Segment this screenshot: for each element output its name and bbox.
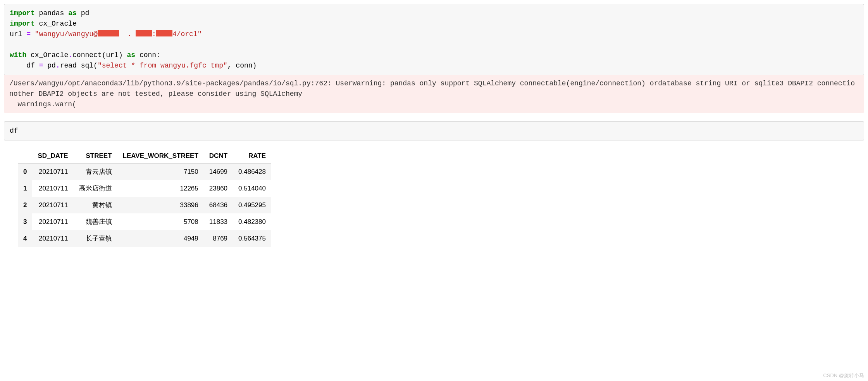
table-cell: 20210711: [32, 213, 73, 230]
table-cell: 20210711: [32, 230, 73, 247]
table-row: 1 20210711 高米店街道 12265 23860 0.514040: [18, 180, 271, 197]
table-cell: 11833: [204, 213, 233, 230]
code-string: "wangyu/wangyu@: [31, 30, 98, 38]
code-text: pandas: [35, 9, 68, 17]
table-cell: 20210711: [32, 163, 73, 180]
row-index: 4: [18, 230, 32, 247]
row-index: 2: [18, 197, 32, 213]
table-cell: 20210711: [32, 197, 73, 213]
redacted-block: [136, 30, 152, 36]
table-row: 3 20210711 魏善庄镇 5708 11833 0.482380: [18, 213, 271, 230]
code-string: 4/orcl": [172, 30, 202, 38]
redacted-block: [98, 30, 119, 36]
code-text: url: [10, 30, 26, 38]
operator-dot: .: [56, 62, 60, 69]
keyword-import: import: [10, 9, 35, 17]
table-cell: 23860: [204, 180, 233, 197]
code-text: pd: [77, 9, 89, 17]
code-string: .: [119, 30, 136, 38]
code-text: cx_Oracle: [26, 51, 68, 59]
table-cell: 魏善庄镇: [74, 213, 117, 230]
column-header: DCNT: [204, 149, 233, 163]
table-cell: 33896: [117, 197, 204, 213]
warning-output: /Users/wangyu/opt/anaconda3/lib/python3.…: [4, 75, 864, 113]
table-cell: 长子营镇: [74, 230, 117, 247]
row-index: 0: [18, 163, 32, 180]
table-cell: 12265: [117, 180, 204, 197]
code-text: df: [10, 62, 39, 69]
code-text: connect(url): [72, 51, 127, 59]
code-text: read_sql(: [60, 62, 98, 69]
table-header-row: SD_DATE STREET LEAVE_WORK_STREET DCNT RA…: [18, 149, 271, 163]
row-index: 3: [18, 213, 32, 230]
index-header: [18, 149, 32, 163]
column-header: SD_DATE: [32, 149, 73, 163]
column-header: STREET: [74, 149, 117, 163]
dataframe-output: SD_DATE STREET LEAVE_WORK_STREET DCNT RA…: [18, 149, 864, 247]
table-cell: 0.495295: [233, 197, 271, 213]
table-cell: 青云店镇: [74, 163, 117, 180]
table-cell: 4949: [117, 230, 204, 247]
code-string: :: [152, 30, 156, 38]
operator-eq: =: [26, 30, 31, 38]
table-cell: 0.564375: [233, 230, 271, 247]
table-row: 4 20210711 长子营镇 4949 8769 0.564375: [18, 230, 271, 247]
table-cell: 5708: [117, 213, 204, 230]
operator-eq: =: [39, 62, 43, 69]
table-cell: 14699: [204, 163, 233, 180]
code-text: conn:: [135, 51, 160, 59]
redacted-block: [156, 30, 172, 36]
table-row: 0 20210711 青云店镇 7150 14699 0.486428: [18, 163, 271, 180]
table-cell: 20210711: [32, 180, 73, 197]
table-cell: 8769: [204, 230, 233, 247]
column-header: LEAVE_WORK_STREET: [117, 149, 204, 163]
code-string: "select * from wangyu.fgfc_tmp": [98, 62, 227, 69]
code-text: cx_Oracle: [35, 20, 77, 28]
code-text: , conn): [227, 62, 257, 69]
table-cell: 68436: [204, 197, 233, 213]
keyword-with: with: [10, 51, 26, 59]
table-cell: 0.486428: [233, 163, 271, 180]
table-row: 2 20210711 黄村镇 33896 68436 0.495295: [18, 197, 271, 213]
table-cell: 0.514040: [233, 180, 271, 197]
table-cell: 黄村镇: [74, 197, 117, 213]
column-header: RATE: [233, 149, 271, 163]
code-cell-2[interactable]: df: [4, 121, 864, 140]
table-cell: 7150: [117, 163, 204, 180]
keyword-as: as: [68, 9, 77, 17]
row-index: 1: [18, 180, 32, 197]
code-cell-1[interactable]: import pandas as pd import cx_Oracle url…: [4, 4, 864, 75]
dataframe-table: SD_DATE STREET LEAVE_WORK_STREET DCNT RA…: [18, 149, 271, 247]
keyword-import: import: [10, 20, 35, 28]
code-text: pd: [43, 62, 55, 69]
keyword-as: as: [127, 51, 136, 59]
operator-dot: .: [68, 51, 72, 59]
table-cell: 高米店街道: [74, 180, 117, 197]
table-cell: 0.482380: [233, 213, 271, 230]
